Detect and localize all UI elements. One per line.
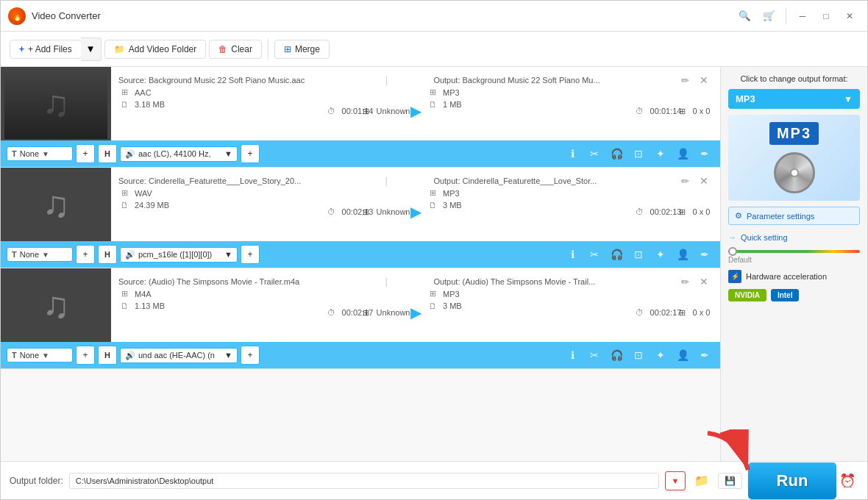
cart-button[interactable]: 🛒 xyxy=(758,8,780,24)
file-actions-top-3: ✏ ✕ xyxy=(680,274,713,289)
bold-H-button-1[interactable]: H xyxy=(98,144,117,163)
output-folder-label: Output folder: xyxy=(10,476,63,486)
clear-button[interactable]: 🗑 Clear xyxy=(209,40,262,59)
quality-slider-thumb[interactable] xyxy=(728,247,737,256)
add-files-dropdown[interactable]: ▼ xyxy=(81,38,102,61)
add-subtitle-button-2[interactable]: + xyxy=(76,245,95,264)
cut-button-2[interactable]: ✂ xyxy=(585,245,604,264)
minimize-button[interactable]: ─ xyxy=(792,8,813,24)
search-button[interactable]: 🔍 xyxy=(734,8,755,24)
format-icon: ⊞ xyxy=(118,88,130,97)
parameter-settings-button[interactable]: ⚙ Parameter settings xyxy=(728,207,860,225)
effect-button-1[interactable]: ✦ xyxy=(651,144,670,163)
file-detail-right-1: ⊞ MP3 🗋 1 MB xyxy=(427,88,639,135)
main-toolbar: + + Add Files ▼ 📁 Add Video Folder 🗑 Cle… xyxy=(1,32,867,67)
clock-icon-src-1: ⏱ xyxy=(326,107,338,115)
crop-button-3[interactable]: ⊡ xyxy=(629,346,648,365)
info-button-1[interactable]: ℹ xyxy=(563,144,582,163)
audio-select-3[interactable]: 🔊 und aac (HE-AAC) (n ▼ xyxy=(120,348,238,363)
file-info-area-2: Source: Cinderella_Featurette___Love_Sto… xyxy=(111,168,720,241)
audio-select-2[interactable]: 🔊 pcm_s16le ([1][0][0]) ▼ xyxy=(120,247,238,262)
bold-H-button-2[interactable]: H xyxy=(98,245,117,264)
source-format-row-1: ⊞ AAC xyxy=(118,88,331,97)
add-audio-button-3[interactable]: + xyxy=(241,346,260,365)
file-item-container-3: ♫ Source: (Audio) The Simpsons Movie - T… xyxy=(1,268,720,369)
add-subtitle-button-1[interactable]: + xyxy=(76,144,95,163)
app-title: Video Converter xyxy=(32,10,101,21)
close-file-button-2[interactable]: ✕ xyxy=(695,174,713,188)
info-button-3[interactable]: ℹ xyxy=(563,346,582,365)
edit-output-button-2[interactable]: ✏ xyxy=(680,174,691,188)
path-dropdown-button[interactable]: ▼ xyxy=(665,471,686,490)
out-format-icon: ⊞ xyxy=(427,88,438,97)
subtitle-T-icon-3: T xyxy=(12,351,17,360)
right-panel: Click to change output format: MP3 ▼ MP3… xyxy=(720,67,867,461)
headphones-button-1[interactable]: 🎧 xyxy=(607,144,626,163)
folder-icon: 📁 xyxy=(114,44,125,54)
watermark-button-2[interactable]: 👤 xyxy=(673,245,692,264)
edit-output-button-3[interactable]: ✏ xyxy=(680,274,691,289)
file-thumbnail-2: ♫ xyxy=(1,168,111,241)
edit-output-button-1[interactable]: ✏ xyxy=(680,73,691,88)
audio-speaker-icon-2: 🔊 xyxy=(125,250,135,260)
format-selector[interactable]: MP3 ▼ xyxy=(728,89,860,109)
quality-slider[interactable] xyxy=(728,250,860,253)
output-format-label: Click to change output format: xyxy=(728,74,860,83)
file-detail-right-3: ⊞ MP3 🗋 3 MB xyxy=(427,289,639,336)
subtitle-dropdown-icon-1: ▼ xyxy=(42,150,49,158)
music-note-icon-2: ♫ xyxy=(42,186,70,223)
file-toolbar-row-3: T None ▼ + H 🔊 und aac (HE-AAC) (n ▼ + ℹ… xyxy=(1,342,720,368)
add-video-folder-button[interactable]: 📁 Add Video Folder xyxy=(104,40,207,59)
file-detail-right-2: ⊞ MP3 🗋 3 MB xyxy=(427,188,639,235)
headphones-button-3[interactable]: 🎧 xyxy=(607,346,626,365)
audio-select-1[interactable]: 🔊 aac (LC), 44100 Hz, ▼ xyxy=(120,146,238,162)
format-selector-text: MP3 xyxy=(736,93,755,104)
add-files-button[interactable]: + + Add Files xyxy=(10,40,82,59)
add-audio-button-2[interactable]: + xyxy=(241,245,260,264)
hardware-accel-icon: ⚡ xyxy=(728,270,741,283)
output-format-row-1: ⊞ MP3 xyxy=(427,88,639,97)
main-content: ♫ Source: Background Music 22 Soft Piano… xyxy=(1,67,867,461)
close-file-button-3[interactable]: ✕ xyxy=(695,274,713,289)
subtitle-select-3[interactable]: T None ▼ xyxy=(7,348,73,362)
watermark-button-1[interactable]: 👤 xyxy=(673,144,692,163)
effect-button-2[interactable]: ✦ xyxy=(651,245,670,264)
headphones-button-2[interactable]: 🎧 xyxy=(607,245,626,264)
bold-H-button-3[interactable]: H xyxy=(98,346,117,365)
maximize-button[interactable]: □ xyxy=(816,8,836,24)
app-icon: 🔥 xyxy=(8,7,26,25)
merge-button[interactable]: ⊞ Merge xyxy=(274,40,330,59)
watermark-button-3[interactable]: 👤 xyxy=(673,346,692,365)
cut-button-1[interactable]: ✂ xyxy=(585,144,604,163)
add-subtitle-button-3[interactable]: + xyxy=(76,346,95,365)
info-button-2[interactable]: ℹ xyxy=(563,245,582,264)
crop-button-2[interactable]: ⊡ xyxy=(629,245,648,264)
quick-setting-button[interactable]: → Quick setting xyxy=(728,231,860,244)
size-icon: 🗋 xyxy=(118,100,130,109)
arrow-right-icon-1: ▶ xyxy=(410,102,421,120)
add-audio-button-1[interactable]: + xyxy=(241,144,260,163)
effect-button-3[interactable]: ✦ xyxy=(651,346,670,365)
save-path-button[interactable]: 💾 xyxy=(718,473,742,489)
output-path-input[interactable] xyxy=(69,473,659,489)
hardware-acceleration-row: ⚡ Hardware acceleration xyxy=(728,270,860,283)
output-format-1: MP3 xyxy=(443,88,460,97)
subtitle-select-2[interactable]: T None ▼ xyxy=(7,247,73,262)
alarm-button[interactable]: ⏰ xyxy=(836,470,858,492)
close-button[interactable]: ✕ xyxy=(839,8,860,24)
size-icon-2: 🗋 xyxy=(118,201,130,210)
subtitle-dropdown-icon-2: ▼ xyxy=(42,251,49,259)
run-area: Run ⏰ xyxy=(748,463,858,499)
arrow-right-icon-2: ▶ xyxy=(410,203,421,221)
subtitle-select-1[interactable]: T None ▼ xyxy=(7,146,73,161)
subtitle-edit-button-1[interactable]: ✒ xyxy=(695,144,714,163)
crop-button-1[interactable]: ⊡ xyxy=(629,144,648,163)
close-file-button-1[interactable]: ✕ xyxy=(695,73,713,88)
alarm-icon: ⏰ xyxy=(839,474,855,488)
subtitle-edit-button-2[interactable]: ✒ xyxy=(695,245,714,264)
folder-browse-button[interactable]: 📁 xyxy=(691,472,712,489)
run-button[interactable]: Run xyxy=(748,463,836,499)
subtitle-edit-button-3[interactable]: ✒ xyxy=(695,346,714,365)
bottom-bar: Output folder: ▼ 📁 💾 Run xyxy=(1,461,867,499)
cut-button-3[interactable]: ✂ xyxy=(585,346,604,365)
